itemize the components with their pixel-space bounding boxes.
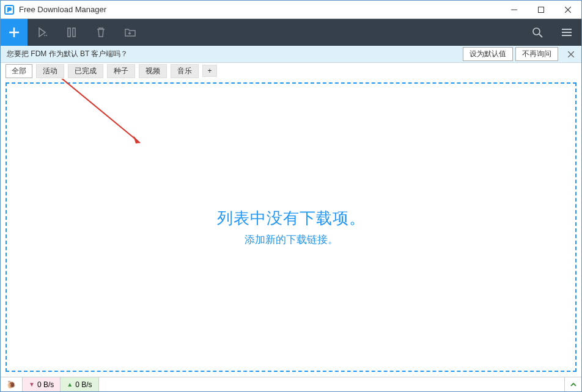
download-speed-indicator[interactable]: ▼ 0 B/s (23, 377, 61, 391)
folder-button[interactable] (116, 19, 145, 46)
download-speed-value: 0 B/s (37, 380, 54, 389)
empty-state-title: 列表中没有下载项。 (217, 208, 366, 229)
info-bar: 您要把 FDM 作为默认 BT 客户端吗？ 设为默认值 不再询问 (1, 46, 581, 63)
upload-speed-indicator[interactable]: ▲ 0 B/s (61, 377, 98, 391)
download-list-area[interactable]: 列表中没有下载项。 添加新的下载链接。 (1, 79, 581, 377)
filter-tab-all[interactable]: 全部 (6, 64, 32, 78)
status-bar: 🐌 ▼ 0 B/s ▲ 0 B/s (1, 377, 581, 391)
filter-tab-music[interactable]: 音乐 (171, 64, 199, 78)
search-button[interactable] (523, 19, 552, 46)
svg-point-12 (533, 28, 540, 35)
maximize-button[interactable] (528, 1, 554, 18)
close-button[interactable] (554, 1, 581, 18)
delete-button[interactable] (86, 19, 116, 46)
empty-state-subtitle: 添加新的下载链接。 (245, 233, 338, 247)
filter-tab-completed[interactable]: 已完成 (68, 64, 103, 78)
expand-panel-button[interactable] (564, 377, 581, 391)
info-bar-close-button[interactable] (561, 46, 581, 62)
snail-icon: 🐌 (7, 380, 16, 389)
hamburger-menu-button[interactable] (552, 19, 581, 46)
filter-tabs: 全部 活动 已完成 种子 视频 音乐 + (1, 63, 581, 79)
start-button[interactable] (28, 19, 57, 46)
download-arrow-icon: ▼ (29, 381, 35, 388)
upload-speed-value: 0 B/s (75, 380, 92, 389)
svg-rect-9 (68, 28, 70, 37)
svg-line-13 (539, 34, 542, 37)
svg-rect-10 (73, 28, 75, 37)
svg-point-7 (44, 35, 45, 36)
speed-limit-button[interactable]: 🐌 (1, 377, 23, 391)
info-bar-message: 您要把 FDM 作为默认 BT 客户端吗？ (7, 49, 460, 59)
add-download-button[interactable] (1, 19, 28, 46)
add-filter-tab-button[interactable]: + (202, 65, 217, 77)
dont-ask-button[interactable]: 不再询问 (515, 47, 558, 61)
set-default-button[interactable]: 设为默认值 (463, 47, 513, 61)
svg-rect-2 (539, 7, 544, 12)
filter-tab-seeds[interactable]: 种子 (107, 64, 135, 78)
window-title: Free Download Manager (19, 5, 501, 14)
window-titlebar: Free Download Manager (1, 1, 581, 19)
main-toolbar (1, 19, 581, 46)
window-controls (501, 1, 581, 18)
app-icon (4, 5, 14, 15)
drop-zone[interactable]: 列表中没有下载项。 添加新的下载链接。 (6, 82, 576, 372)
svg-point-8 (46, 35, 47, 36)
upload-arrow-icon: ▲ (67, 381, 73, 388)
filter-tab-active[interactable]: 活动 (36, 64, 64, 78)
pause-button[interactable] (57, 19, 86, 46)
filter-tab-video[interactable]: 视频 (139, 64, 167, 78)
minimize-button[interactable] (501, 1, 528, 18)
